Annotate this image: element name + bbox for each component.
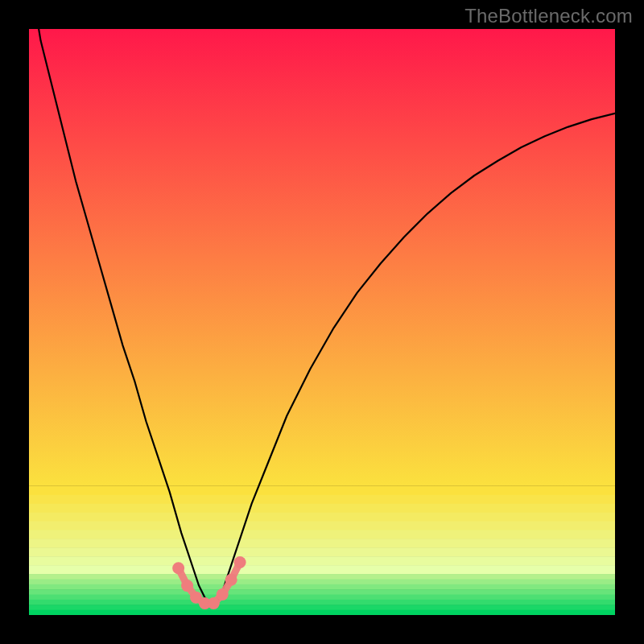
chart-svg [29, 29, 615, 615]
watermark-text: TheBottleneck.com [464, 5, 633, 27]
gradient-band-green [29, 579, 615, 584]
gradient-band-yellow [29, 486, 615, 496]
threshold-marker [217, 588, 229, 601]
chart-canvas [29, 29, 615, 615]
gradient-band-green [29, 610, 615, 615]
gradient-band-green [29, 584, 615, 590]
threshold-marker [225, 574, 237, 586]
outer-frame: TheBottleneck.com [0, 0, 644, 644]
gradient-band-yellow [29, 530, 615, 539]
gradient-band-yellow [29, 547, 615, 557]
gradient-band-yellow [29, 556, 615, 566]
threshold-marker [172, 562, 184, 574]
gradient-band-yellow [29, 495, 615, 505]
gradient-band-yellow [29, 504, 615, 514]
threshold-marker [208, 597, 220, 609]
gradient-band-yellow [29, 565, 615, 575]
gradient-band-green [29, 605, 615, 610]
gradient-band-yellow [29, 513, 615, 522]
threshold-marker [181, 580, 193, 592]
gradient-band-yellow [29, 522, 615, 531]
gradient-band-green [29, 589, 615, 595]
gradient-band-green [29, 574, 615, 580]
gradient-band-yellow [29, 539, 615, 548]
gradient-band-green [29, 600, 615, 605]
gradient-top [29, 29, 615, 486]
gradient-band-green [29, 595, 615, 601]
threshold-marker [234, 556, 246, 568]
